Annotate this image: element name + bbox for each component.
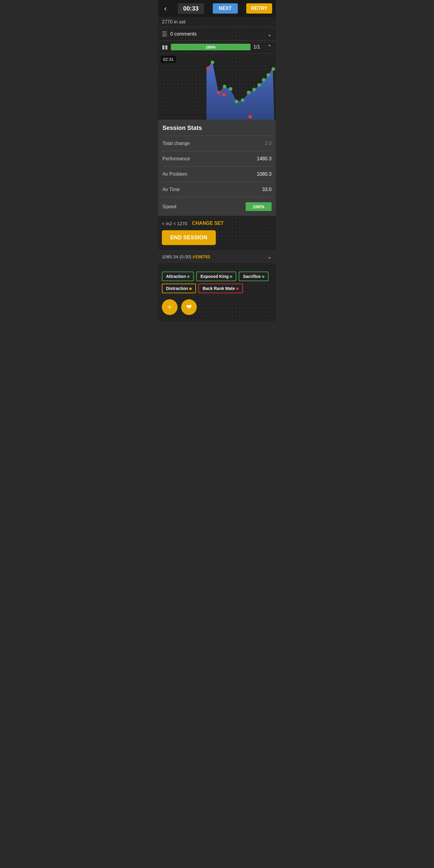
- problem-info-row[interactable]: 1080.34 (0.00) #158753 ⌄: [158, 250, 276, 263]
- stat-value-total-change: 2.3: [265, 141, 272, 146]
- stat-label-av-time: Av Time: [162, 187, 180, 192]
- svg-point-2: [223, 85, 226, 88]
- svg-point-8: [257, 83, 261, 87]
- svg-point-3: [229, 87, 232, 91]
- svg-marker-0: [207, 62, 274, 120]
- tags-section: Attraction Exposed King Sacrifice Distra…: [158, 268, 276, 296]
- comments-left: ☰ 0 comments: [162, 30, 196, 38]
- stat-value-av-time: 33.0: [262, 187, 272, 192]
- stats-section: Session Stats Total change 2.3 Performan…: [158, 120, 276, 216]
- count-in-set: 2770 in set: [158, 17, 276, 27]
- svg-point-7: [252, 88, 256, 91]
- stat-row-av-problem: Av Problem 1080.3: [162, 166, 272, 182]
- comment-icon: ☰: [162, 30, 167, 38]
- tag-dot-exposed-king: [230, 276, 232, 278]
- tag-icon: ❤: [186, 303, 192, 311]
- tag-distraction[interactable]: Distraction: [162, 284, 196, 293]
- tag-dot-back-rank-mate: [236, 287, 239, 290]
- svg-point-11: [272, 67, 275, 71]
- svg-point-5: [241, 98, 244, 102]
- tag-dot-sacrifice: [262, 276, 264, 278]
- performance-chart: [158, 53, 276, 120]
- svg-point-9: [262, 78, 266, 82]
- stat-label-av-problem: Av Problem: [162, 172, 187, 177]
- problem-info-left: 1080.34 (0.00) #158753: [162, 254, 210, 259]
- svg-point-10: [267, 73, 270, 77]
- tag-fab-button[interactable]: ❤: [181, 299, 197, 315]
- change-set-button[interactable]: CHANGE SET: [192, 221, 224, 226]
- chart-area: 02:31: [158, 53, 276, 120]
- svg-point-15: [248, 115, 252, 119]
- comments-count: 0 comments: [170, 31, 196, 37]
- tag-dot-attraction: [187, 276, 190, 278]
- tag-exposed-king[interactable]: Exposed King: [196, 272, 236, 281]
- stat-row-speed: Speed 100%: [162, 197, 272, 216]
- chart-bar-icon: ▮▮: [162, 44, 168, 50]
- progress-chevron-icon[interactable]: ⌃: [267, 43, 272, 51]
- add-fab-button[interactable]: +: [162, 299, 178, 315]
- speed-bar: 100%: [246, 202, 272, 211]
- tag-attraction[interactable]: Attraction: [162, 272, 194, 281]
- comments-chevron-icon: ⌄: [267, 30, 272, 38]
- svg-point-6: [247, 91, 250, 94]
- tag-back-rank-mate[interactable]: Back Rank Mate: [198, 284, 243, 293]
- progress-bar-container: 100%: [171, 44, 250, 50]
- retry-button[interactable]: RETRY: [246, 3, 272, 13]
- next-button[interactable]: NEXT: [213, 3, 238, 13]
- add-icon: +: [168, 303, 172, 311]
- header: ‹ 00:33 NEXT RETRY: [158, 0, 276, 17]
- comments-bar[interactable]: ☰ 0 comments ⌄: [158, 27, 276, 41]
- tag-dot-distraction: [189, 287, 192, 290]
- tag-sacrifice[interactable]: Sacrifice: [239, 272, 268, 281]
- stat-label-speed: Speed: [162, 204, 176, 210]
- progress-bar-fill: 100%: [171, 44, 250, 50]
- stats-title: Session Stats: [162, 124, 272, 131]
- svg-point-12: [206, 67, 210, 70]
- progress-section: ▮▮ 100% 1/1 ⌃: [158, 41, 276, 53]
- set-info-row: < m2 < 1270 CHANGE SET: [162, 221, 272, 226]
- svg-point-13: [217, 91, 220, 94]
- svg-point-1: [211, 61, 214, 64]
- back-button[interactable]: ‹: [162, 3, 169, 14]
- set-info-text: < m2 < 1270: [162, 221, 187, 226]
- stat-row-total-change: Total change 2.3: [162, 135, 272, 151]
- chart-time-label: 02:31: [161, 56, 176, 63]
- problem-link[interactable]: #158753: [193, 254, 210, 259]
- bottom-section: < m2 < 1270 CHANGE SET END SESSION 1080.…: [158, 216, 276, 268]
- svg-point-4: [235, 100, 239, 103]
- problem-score: 1080.34 (0.00): [162, 254, 191, 259]
- stat-label-performance: Performance: [162, 156, 190, 161]
- fab-row: + ❤: [158, 296, 276, 321]
- stat-row-performance: Performance 1480.3: [162, 151, 272, 166]
- stat-row-av-time: Av Time 33.0: [162, 182, 272, 197]
- progress-fraction: 1/1: [253, 44, 264, 50]
- stat-value-av-problem: 1080.3: [257, 172, 272, 177]
- svg-point-14: [222, 93, 226, 97]
- timer-display: 00:33: [178, 3, 204, 14]
- end-session-button[interactable]: END SESSION: [162, 230, 216, 245]
- stat-value-performance: 1480.3: [257, 156, 272, 161]
- problem-info-chevron-icon: ⌄: [267, 253, 272, 260]
- stat-label-total-change: Total change: [162, 141, 190, 146]
